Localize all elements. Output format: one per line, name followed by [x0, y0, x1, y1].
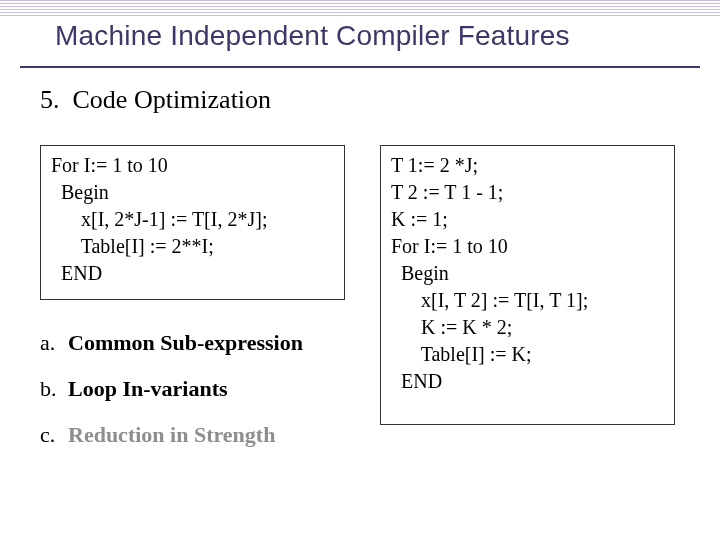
- code-line: T 1:= 2 *J;: [391, 152, 664, 179]
- code-line: x[I, 2*J-1] := T[I, 2*J];: [51, 206, 334, 233]
- list-text-common-subexpr: Common Sub-expression: [68, 320, 303, 366]
- list-item: b. Loop In-variants: [40, 366, 303, 412]
- list-text-loop-invariants: Loop In-variants: [68, 366, 228, 412]
- list-text-reduction-strength: Reduction in Strength: [68, 412, 275, 458]
- code-line: END: [51, 260, 334, 287]
- code-line: K := 1;: [391, 206, 664, 233]
- code-line: END: [391, 368, 664, 395]
- section-title: Code Optimization: [73, 85, 272, 114]
- title-underline: [20, 66, 700, 68]
- list-item: c. Reduction in Strength: [40, 412, 303, 458]
- decorative-top-stripes: [0, 0, 720, 18]
- code-line: K := K * 2;: [391, 314, 664, 341]
- list-letter: b.: [40, 366, 68, 412]
- code-line: Begin: [391, 260, 664, 287]
- optimization-list: a. Common Sub-expression b. Loop In-vari…: [40, 320, 303, 459]
- code-line: x[I, T 2] := T[I, T 1];: [391, 287, 664, 314]
- list-item: a. Common Sub-expression: [40, 320, 303, 366]
- code-block-optimized: T 1:= 2 *J; T 2 := T 1 - 1; K := 1; For …: [380, 145, 675, 425]
- code-block-original: For I:= 1 to 10 Begin x[I, 2*J-1] := T[I…: [40, 145, 345, 300]
- code-line: Table[I] := 2**I;: [51, 233, 334, 260]
- list-letter: c.: [40, 412, 68, 458]
- code-line: T 2 := T 1 - 1;: [391, 179, 664, 206]
- page-title: Machine Independent Compiler Features: [55, 20, 680, 52]
- list-letter: a.: [40, 320, 68, 366]
- code-line: For I:= 1 to 10: [51, 152, 334, 179]
- section-number: 5.: [40, 85, 60, 114]
- code-line: For I:= 1 to 10: [391, 233, 664, 260]
- code-line: Begin: [51, 179, 334, 206]
- code-line: Table[I] := K;: [391, 341, 664, 368]
- section-heading: 5. Code Optimization: [40, 85, 271, 115]
